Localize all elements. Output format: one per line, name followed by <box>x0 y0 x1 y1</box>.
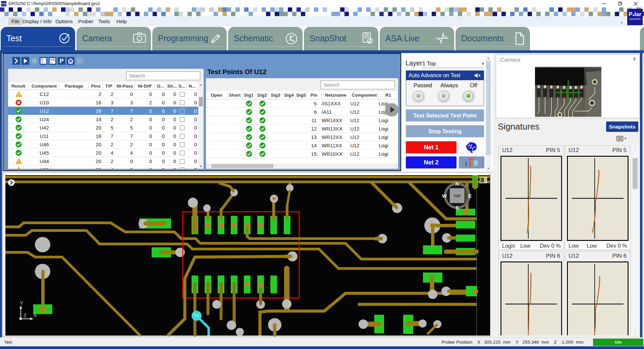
svg-text:N: N <box>455 181 459 187</box>
svg-text:S: S <box>455 205 459 210</box>
svg-text:Z: Z <box>23 312 26 318</box>
svg-text:TOP: TOP <box>453 194 461 198</box>
svg-text:P: P <box>59 57 64 64</box>
svg-text:W: W <box>442 193 447 199</box>
svg-text:Y: Y <box>20 300 23 306</box>
svg-text:E: E <box>468 193 472 199</box>
svg-text:X: X <box>34 312 37 318</box>
svg-text:A: A <box>53 58 55 61</box>
